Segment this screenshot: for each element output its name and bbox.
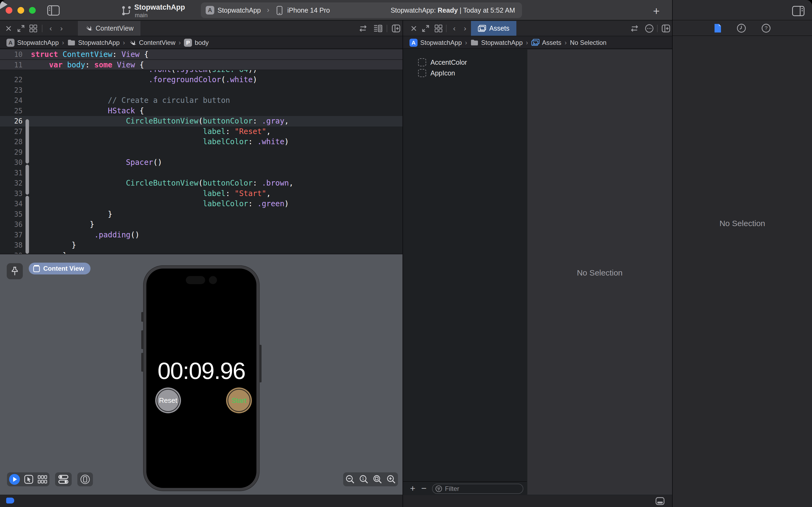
code-line-39[interactable]: 39 }	[0, 250, 403, 254]
swap-editor-icon[interactable]	[357, 21, 369, 36]
assets-icon	[531, 39, 539, 47]
code-line-34[interactable]: 34 labelColor: .green)	[0, 199, 403, 209]
code-line-27[interactable]: 27 label: "Reset",	[0, 126, 403, 137]
breadcrumb-item[interactable]: StopwatchApp	[78, 39, 120, 47]
code-line-29[interactable]: 29	[0, 147, 403, 158]
code-editor[interactable]: 10struct ContentView: View {11 var body:…	[0, 49, 403, 254]
device-settings-icon[interactable]	[58, 474, 69, 484]
preview-canvas: Content View 00:09.96 Reset Start	[0, 254, 403, 495]
forward-icon[interactable]: ›	[460, 21, 470, 36]
assets-filter-input[interactable]: Filter	[432, 484, 523, 494]
expand-editor-icon[interactable]	[15, 21, 26, 36]
asset-label: AppIcon	[430, 69, 455, 77]
code-line-22[interactable]: 22 .foregroundColor(.white)	[0, 75, 403, 85]
tab-contentview[interactable]: ContentView	[78, 21, 140, 36]
inspector-sidebar-toggle-icon[interactable]	[792, 6, 805, 16]
zoom-fit-icon[interactable]	[373, 474, 383, 484]
code-line-32[interactable]: 32 CircleButtonView(buttonColor: .brown,	[0, 178, 403, 188]
code-line-28[interactable]: 28 labelColor: .white)	[0, 137, 403, 147]
code-line-33[interactable]: 33 label: "Start",	[0, 188, 403, 199]
breadcrumb-item[interactable]: Assets	[542, 39, 562, 47]
code-text: // Create a circular button	[31, 95, 230, 106]
asset-item-AppIcon[interactable]: AppIcon	[403, 68, 527, 78]
code-line-24[interactable]: 24 // Create a circular button	[0, 95, 403, 106]
zoom-out-icon[interactable]	[345, 474, 355, 484]
breadcrumb-item[interactable]: ContentView	[139, 39, 176, 47]
code-text: var body: some View {	[31, 60, 144, 70]
code-line-23[interactable]: 23	[0, 85, 403, 96]
branch-name: main	[135, 12, 148, 19]
separator	[42, 25, 43, 32]
breadcrumb-item[interactable]: StopwatchApp	[420, 39, 462, 47]
add-asset-button[interactable]: +	[410, 483, 415, 494]
toolbar: StopwatchApp main A StopwatchApp › iPhon…	[0, 0, 672, 20]
add-editor-icon[interactable]	[660, 21, 672, 36]
asset-thumbnail-icon	[418, 69, 426, 77]
code-line-38[interactable]: 38 }	[0, 240, 403, 250]
editor-grid-icon[interactable]	[27, 21, 39, 36]
history-inspector-icon[interactable]	[736, 23, 747, 33]
library-button[interactable]: +	[653, 5, 660, 18]
selectable-mode-icon[interactable]	[24, 475, 33, 484]
inspector-divider[interactable]	[672, 0, 673, 507]
assets-list[interactable]: AccentColorAppIcon	[403, 49, 527, 481]
file-inspector-icon[interactable]	[714, 23, 722, 33]
xcode-window: StopwatchApp main A StopwatchApp › iPhon…	[0, 0, 812, 507]
close-editor-icon[interactable]	[409, 21, 419, 36]
hide-debug-area-icon[interactable]	[655, 497, 664, 505]
reset-button[interactable]: Reset	[155, 388, 181, 413]
breadcrumb-item[interactable]: No Selection	[570, 39, 606, 47]
editor-options-icon[interactable]	[371, 21, 385, 36]
expand-editor-icon[interactable]	[420, 21, 431, 36]
live-preview-button[interactable]	[9, 474, 20, 485]
close-editor-icon[interactable]	[4, 21, 13, 36]
add-editor-icon[interactable]	[390, 21, 402, 36]
back-icon[interactable]: ‹	[449, 21, 459, 36]
help-inspector-icon[interactable]: ?	[761, 23, 771, 33]
code-line-21[interactable]: 21 .font(.system(size: 64))	[0, 70, 403, 75]
zoom-in-icon[interactable]	[387, 474, 396, 484]
window-zoom-button[interactable]	[29, 7, 36, 14]
scheme-and-status-bar[interactable]: A StopwatchApp › iPhone 14 Pro Stopwatch…	[201, 2, 522, 18]
volume-down-button	[141, 353, 143, 372]
inspector-pane: ? No Selection	[673, 0, 812, 507]
breadcrumb-item[interactable]: StopwatchApp	[481, 39, 523, 47]
code-line-37[interactable]: 37 .padding()	[0, 230, 403, 240]
breadcrumb-item[interactable]: body	[195, 39, 209, 47]
window-close-button[interactable]	[6, 7, 12, 14]
right-jump-bar[interactable]: AStopwatchApp›StopwatchApp›Assets›No Sel…	[403, 37, 672, 49]
inspector-empty-state: No Selection	[673, 219, 812, 228]
editor-options-ellipsis-icon[interactable]	[643, 21, 655, 36]
left-jump-bar[interactable]: AStopwatchApp›StopwatchApp›ContentView›P…	[0, 37, 403, 49]
back-icon[interactable]: ‹	[46, 21, 56, 36]
variants-mode-icon[interactable]	[38, 475, 47, 484]
line-number: 31	[0, 168, 22, 178]
preview-on-device-icon[interactable]	[80, 474, 90, 485]
start-button[interactable]: Start	[226, 388, 252, 413]
code-line-36[interactable]: 36 }	[0, 219, 403, 230]
run-destination[interactable]: iPhone 14 Pro	[287, 6, 330, 14]
window-minimize-button[interactable]	[17, 7, 24, 14]
zoom-100-icon[interactable]: 1	[359, 474, 369, 484]
pin-preview-button[interactable]	[7, 263, 23, 279]
remove-asset-button[interactable]: −	[421, 483, 427, 494]
editor-grid-icon[interactable]	[432, 21, 445, 36]
forward-icon[interactable]: ›	[56, 21, 67, 36]
iphone-screen[interactable]: 00:09.96 Reset Start	[147, 269, 256, 488]
code-line-31[interactable]: 31	[0, 168, 403, 178]
code-line-30[interactable]: 30 Spacer()	[0, 157, 403, 168]
scheme-project-name[interactable]: StopwatchApp	[218, 6, 261, 14]
breadcrumb-item[interactable]: StopwatchApp	[17, 39, 59, 47]
asset-item-AccentColor[interactable]: AccentColor	[403, 57, 527, 68]
swap-editor-icon[interactable]	[629, 21, 640, 36]
code-line-26[interactable]: 26 CircleButtonView(buttonColor: .gray,	[0, 116, 403, 126]
code-line-35[interactable]: 35 }	[0, 209, 403, 220]
tab-assets[interactable]: Assets	[471, 21, 516, 36]
preview-device-pill[interactable]: Content View	[29, 263, 91, 274]
pane-divider[interactable]	[403, 20, 403, 507]
navigator-sidebar-toggle-icon[interactable]	[47, 5, 60, 15]
code-line-10[interactable]: 10struct ContentView: View {	[0, 49, 403, 60]
code-line-25[interactable]: 25 HStack {	[0, 106, 403, 116]
code-line-11[interactable]: 11 var body: some View {	[0, 60, 403, 70]
chevron-right-icon: ›	[178, 39, 181, 47]
